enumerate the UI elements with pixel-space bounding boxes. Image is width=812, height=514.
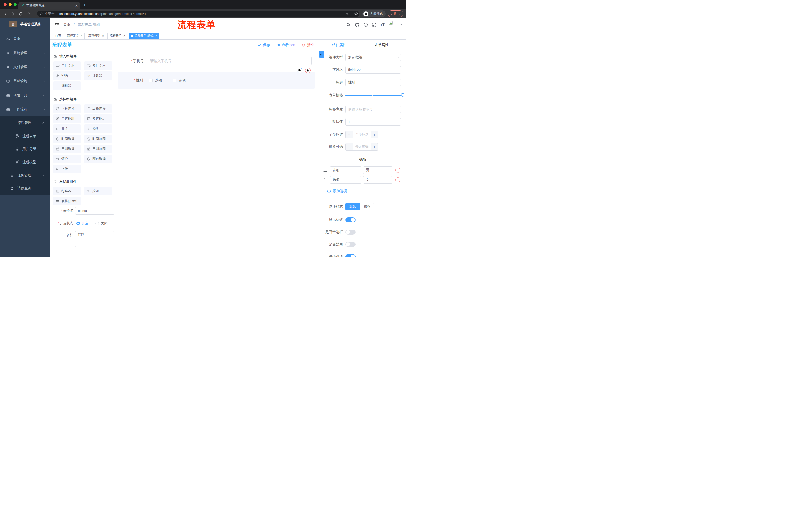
- gender-checkbox-选项一[interactable]: 选项一: [149, 78, 165, 83]
- palette-item-表格[开发中][interactable]: 表格[开发中]: [53, 197, 81, 206]
- option-value-input[interactable]: [363, 166, 393, 174]
- drag-handle-icon[interactable]: [323, 168, 328, 172]
- resize-handle-icon[interactable]: [112, 245, 114, 248]
- page-tag-0[interactable]: 首页: [53, 33, 63, 39]
- page-tag-2[interactable]: 流程模型×: [86, 33, 106, 39]
- sidebar-item-8[interactable]: 用户分组: [0, 142, 50, 156]
- tag-close-icon[interactable]: ×: [155, 34, 157, 38]
- option-label-input[interactable]: [330, 176, 361, 184]
- label-width-input[interactable]: [345, 106, 401, 113]
- slider-handle[interactable]: [401, 93, 405, 97]
- component-type-select[interactable]: 多选框组: [345, 54, 401, 61]
- field-name-input[interactable]: [345, 66, 401, 74]
- palette-item-按钮[interactable]: 按钮: [84, 187, 112, 195]
- drag-handle-icon[interactable]: [323, 178, 328, 182]
- fullscreen-icon[interactable]: [372, 23, 376, 27]
- phone-field-input[interactable]: [147, 57, 312, 65]
- plus-icon[interactable]: +: [371, 131, 378, 138]
- toggle-是否禁用[interactable]: [345, 242, 355, 247]
- default-value-input[interactable]: [345, 118, 401, 126]
- sidebar-item-7[interactable]: 流程表单: [0, 130, 50, 142]
- add-option-button[interactable]: 添加选项: [327, 189, 406, 194]
- sidebar-item-10[interactable]: 任务管理: [0, 169, 50, 182]
- palette-item-下拉选择[interactable]: 下拉选择: [53, 104, 81, 113]
- avatar[interactable]: [388, 20, 398, 29]
- palette-item-颜色选择[interactable]: 颜色选择: [84, 155, 112, 163]
- minus-icon[interactable]: −: [346, 131, 353, 138]
- bookmark-star-icon[interactable]: [354, 12, 358, 16]
- palette-item-多选框组[interactable]: 多选框组: [84, 114, 112, 123]
- sidebar-item-1[interactable]: 系统管理: [0, 46, 50, 60]
- reload-icon[interactable]: [19, 12, 23, 16]
- tab-component-props[interactable]: 组件属性: [321, 40, 357, 50]
- toggle-显示标签[interactable]: [345, 217, 355, 222]
- min-select-value[interactable]: 至少应选: [353, 131, 371, 138]
- tab-form-props[interactable]: 表单属性: [357, 40, 406, 50]
- option-value-input[interactable]: [363, 176, 393, 184]
- link-drawer-button[interactable]: [319, 51, 324, 58]
- tag-close-icon[interactable]: ×: [81, 34, 82, 38]
- copy-component-button[interactable]: [297, 67, 302, 73]
- window-minimize-button[interactable]: [8, 3, 11, 6]
- collapse-menu-icon[interactable]: [54, 23, 59, 27]
- selected-component-gender[interactable]: *性别 选项一选项二: [118, 72, 315, 88]
- tab-close-icon[interactable]: ✕: [75, 4, 78, 7]
- tag-close-icon[interactable]: ×: [102, 34, 104, 38]
- option-style-默认[interactable]: 默认: [345, 203, 360, 210]
- avatar-caret-icon[interactable]: [401, 24, 403, 25]
- new-tab-icon[interactable]: +: [83, 2, 86, 7]
- home-icon[interactable]: [26, 12, 30, 16]
- palette-item-时间范围[interactable]: 时间范围: [84, 135, 112, 143]
- window-zoom-button[interactable]: [13, 3, 17, 6]
- delete-component-button[interactable]: [305, 67, 311, 73]
- sidebar-item-11[interactable]: 请假查询: [0, 182, 50, 195]
- save-button[interactable]: 保存: [258, 43, 270, 47]
- browser-tab[interactable]: 芋道管理系统 ✕: [18, 2, 80, 9]
- minus-icon[interactable]: −: [346, 143, 353, 151]
- forward-icon[interactable]: [11, 12, 15, 16]
- sidebar-logo[interactable]: 🐰 芋道管理系统: [0, 18, 50, 31]
- palette-item-开关[interactable]: 开关: [53, 125, 81, 133]
- toggle-是否带边框[interactable]: [345, 229, 355, 235]
- remove-option-button[interactable]: [396, 168, 401, 173]
- title-input[interactable]: [345, 79, 401, 86]
- address-bar[interactable]: 不安全 | dashboard.yudao.iocoder.cn/bpm/man…: [37, 10, 359, 17]
- sidebar-item-4[interactable]: 研发工具: [0, 88, 50, 102]
- palette-item-多行文本[interactable]: 多行文本: [84, 61, 112, 70]
- palette-item-滑块[interactable]: 滑块: [84, 125, 112, 133]
- palette-item-行容器[interactable]: 行容器: [53, 187, 81, 195]
- breadcrumb-home[interactable]: 首页: [63, 23, 70, 27]
- tag-close-icon[interactable]: ×: [123, 34, 125, 38]
- palette-item-级联选择[interactable]: 级联选择: [84, 104, 112, 113]
- search-icon[interactable]: [346, 23, 351, 27]
- sidebar-item-9[interactable]: 流程模型: [0, 156, 50, 169]
- toggle-是否必填[interactable]: [345, 254, 355, 257]
- plus-icon[interactable]: +: [371, 143, 378, 151]
- remark-textarea[interactable]: 嘿嘿: [75, 231, 114, 247]
- sidebar-item-0[interactable]: 首页: [0, 32, 50, 46]
- option-style-按钮[interactable]: 按钮: [360, 203, 374, 210]
- page-tag-1[interactable]: 流程定义×: [64, 33, 85, 39]
- clear-button[interactable]: 清空: [302, 43, 314, 47]
- font-size-icon[interactable]: TT: [381, 23, 385, 27]
- palette-item-日期选择[interactable]: 日期选择: [53, 144, 81, 153]
- palette-item-上传[interactable]: 上传: [53, 165, 81, 173]
- palette-item-单行文本[interactable]: 单行文本: [53, 61, 81, 70]
- help-icon[interactable]: [364, 23, 368, 27]
- grid-slider[interactable]: [345, 94, 403, 96]
- palette-item-时间选择[interactable]: 时间选择: [53, 135, 81, 143]
- status-radio-closed[interactable]: 关闭: [95, 221, 108, 225]
- max-select-value[interactable]: 最多可选: [353, 143, 371, 151]
- option-label-input[interactable]: [330, 166, 361, 174]
- back-icon[interactable]: [3, 12, 7, 16]
- palette-item-评分[interactable]: 评分: [53, 155, 81, 163]
- sidebar-item-2[interactable]: 支付管理: [0, 60, 50, 74]
- palette-item-计数器[interactable]: 123计数器: [84, 72, 112, 80]
- palette-item-编辑器[interactable]: 编辑器: [53, 81, 81, 90]
- password-key-icon[interactable]: [346, 12, 350, 16]
- status-radio-open[interactable]: 开启: [76, 221, 88, 225]
- sidebar-item-3[interactable]: 基础设施: [0, 74, 50, 88]
- remove-option-button[interactable]: [396, 177, 401, 182]
- page-tag-3[interactable]: 流程表单×: [107, 33, 127, 39]
- palette-item-密码[interactable]: 密码: [53, 72, 81, 80]
